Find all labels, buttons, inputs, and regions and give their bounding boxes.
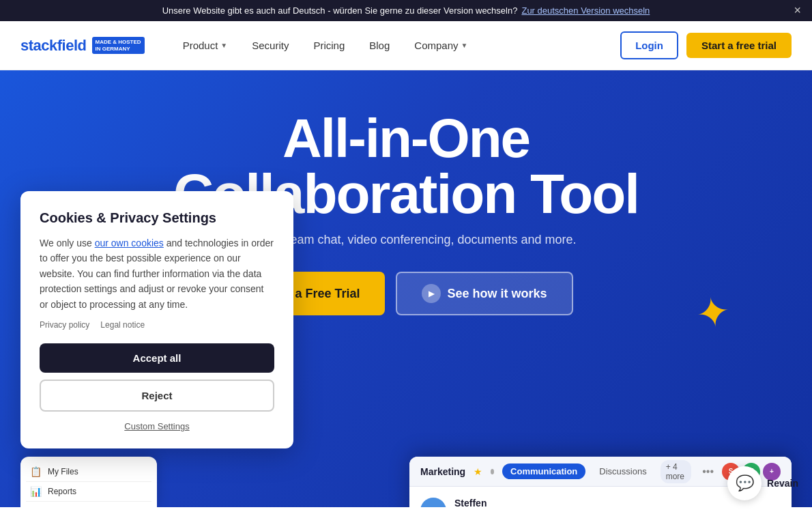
tab-communication[interactable]: Communication — [502, 463, 585, 479]
legal-notice-link[interactable]: Legal notice — [100, 320, 145, 330]
start-trial-button[interactable]: Start a free trial — [686, 33, 792, 58]
chat-widget: 💬 Revain — [727, 466, 798, 500]
custom-settings-button[interactable]: Custom Settings — [40, 421, 274, 431]
nav-actions: Login Start a free trial — [620, 31, 792, 59]
files-icon: 📋 — [29, 466, 42, 477]
navbar: stackfield MADE & HOSTED IN GERMANY Prod… — [0, 21, 812, 70]
cookie-modal-links: Privacy policy Legal notice — [40, 320, 274, 330]
nav-security[interactable]: Security — [241, 33, 300, 58]
banner-text: Unsere Website gibt es auch auf Deutsch … — [162, 5, 518, 16]
hero-spark-decoration: ✦ — [692, 286, 734, 339]
play-icon: ▶ — [422, 284, 441, 303]
cookie-modal-text: We only use our own cookies and technolo… — [40, 235, 274, 312]
banner-close-button[interactable]: × — [794, 3, 801, 18]
privacy-policy-link[interactable]: Privacy policy — [40, 320, 89, 330]
hero-watch-button[interactable]: ▶ See how it works — [396, 272, 573, 315]
tab-options-icon[interactable]: ••• — [702, 466, 714, 478]
nav-product[interactable]: Product ▼ — [172, 33, 239, 58]
nav-blog[interactable]: Blog — [358, 33, 401, 58]
banner-link[interactable]: Zur deutschen Version wechseln — [521, 5, 650, 16]
cookie-modal: Cookies & Privacy Settings We only use o… — [20, 191, 293, 448]
reports-icon: 📊 — [29, 486, 42, 497]
logo-badge: MADE & HOSTED IN GERMANY — [92, 37, 145, 54]
chat-bubble-icon: 💬 — [736, 474, 754, 492]
star-icon: ★ — [474, 466, 482, 477]
chat-label: Revain — [767, 478, 798, 489]
left-preview-reports: 📊 Reports — [26, 482, 151, 502]
reject-button[interactable]: Reject — [40, 380, 274, 412]
chat-icon-button[interactable]: 💬 — [727, 466, 762, 500]
nav-company[interactable]: Company ▼ — [403, 33, 478, 58]
nav-links: Product ▼ Security Pricing Blog Company … — [172, 33, 621, 58]
chevron-down-icon: ▼ — [461, 42, 468, 49]
cookie-own-cookies-link[interactable]: our own cookies — [95, 238, 164, 248]
nav-pricing[interactable]: Pricing — [302, 33, 356, 58]
left-preview-files: 📋 My Files — [26, 462, 151, 482]
chevron-down-icon: ▼ — [220, 42, 227, 49]
logo-text: stackfield — [20, 37, 87, 55]
login-button[interactable]: Login — [620, 31, 678, 59]
accept-all-button[interactable]: Accept all — [40, 343, 274, 373]
left-app-preview: 📋 My Files 📊 Reports — [20, 457, 157, 507]
status-dot — [491, 469, 494, 474]
cookie-modal-title: Cookies & Privacy Settings — [40, 210, 274, 226]
top-banner: Unsere Website gibt es auch auf Deutsch … — [0, 0, 812, 21]
message-author-avatar: S — [420, 498, 446, 507]
logo-link[interactable]: stackfield MADE & HOSTED IN GERMANY — [20, 37, 145, 55]
app-tab-marketing-title: Marketing — [420, 466, 465, 477]
tab-more-button[interactable]: + 4 more — [661, 460, 692, 483]
tab-discussions[interactable]: Discussions — [594, 463, 652, 479]
